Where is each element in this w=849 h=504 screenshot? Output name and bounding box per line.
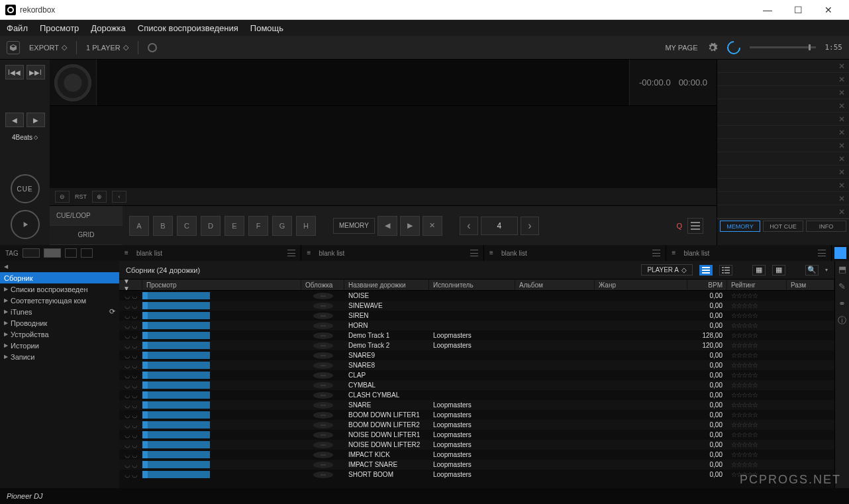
mode-export[interactable]: EXPORT◇ [29, 43, 67, 52]
menu-file[interactable]: Файл [7, 23, 28, 33]
table-row[interactable]: ◡◡CYMBAL0,00☆☆☆☆☆ [119, 380, 834, 390]
tag-color-1[interactable] [23, 248, 40, 258]
hotcue-h[interactable]: H [296, 216, 316, 236]
cue-slot[interactable]: ✕ [717, 86, 849, 99]
cell-rating[interactable]: ☆☆☆☆☆ [727, 301, 787, 311]
col-genre[interactable]: Жанр [595, 279, 687, 290]
blank-list-1[interactable]: ≡blank list [119, 245, 301, 261]
cue-slot[interactable]: ✕ [717, 152, 849, 166]
main-waveform[interactable] [50, 106, 717, 188]
tree-item[interactable]: ▶Записи [0, 351, 119, 362]
table-row[interactable]: ◡◡BOOM DOWN LIFTER2Loopmasters0,00☆☆☆☆☆ [119, 420, 834, 430]
search-icon[interactable]: 🔍 [805, 265, 819, 276]
hotcue-c[interactable]: C [177, 216, 197, 236]
view-grid1-icon[interactable]: ▦ [752, 265, 766, 276]
col-bpm[interactable]: BPM [687, 279, 727, 290]
blank-list-2[interactable]: ≡blank list [301, 245, 483, 261]
col-album[interactable]: Альбом [515, 279, 595, 290]
cell-rating[interactable]: ☆☆☆☆☆ [727, 360, 787, 370]
cell-rating[interactable]: ☆☆☆☆☆ [727, 440, 787, 450]
blank-list-4[interactable]: ≡blank list [666, 245, 832, 261]
col-artist[interactable]: Исполнитель [429, 279, 515, 290]
cell-rating[interactable]: ☆☆☆☆☆ [727, 291, 787, 301]
memory-next-button[interactable]: ▶ [400, 216, 420, 236]
tree-item[interactable]: ▶Соответствующая ком [0, 295, 119, 306]
grid-view-icon[interactable] [834, 247, 846, 259]
col-size[interactable]: Разм [787, 279, 834, 290]
tab-memory[interactable]: MEMORY [720, 221, 760, 232]
table-row[interactable]: ◡◡Demo Track 1Loopmasters128,00☆☆☆☆☆ [119, 330, 834, 340]
table-row[interactable]: ◡◡SIREN0,00☆☆☆☆☆ [119, 311, 834, 321]
cell-rating[interactable]: ☆☆☆☆☆ [727, 410, 787, 420]
cell-rating[interactable]: ☆☆☆☆☆ [727, 321, 787, 330]
table-row[interactable]: ◡◡SNARELoopmasters0,00☆☆☆☆☆ [119, 400, 834, 410]
cue-slot[interactable]: ✕ [717, 113, 849, 126]
loop-half-button[interactable]: ‹ [460, 217, 478, 235]
tab-grid[interactable]: GRID [50, 226, 123, 246]
nudge-fwd-button[interactable]: ▶ [26, 113, 45, 127]
col-title[interactable]: Название дорожки [344, 279, 429, 290]
cue-slot[interactable]: ✕ [717, 99, 849, 113]
hotcue-g[interactable]: G [272, 216, 292, 236]
cue-slot[interactable]: ✕ [717, 126, 849, 139]
next-track-button[interactable]: ▶▶I [26, 65, 45, 79]
table-row[interactable]: ◡◡SNARE90,00☆☆☆☆☆ [119, 350, 834, 360]
table-row[interactable]: ◡◡CLASH CYMBAL0,00☆☆☆☆☆ [119, 390, 834, 400]
cell-rating[interactable]: ☆☆☆☆☆ [727, 380, 787, 390]
tree-item[interactable]: ▶Истории [0, 340, 119, 351]
col-rating[interactable]: Рейтинг [727, 279, 787, 290]
table-row[interactable]: ◡◡SHORT BOOMLoopmasters0,00☆☆☆☆☆ [119, 470, 834, 479]
table-row[interactable]: ◡◡NOISE DOWN LIFTER1Loopmasters0,00☆☆☆☆☆ [119, 430, 834, 440]
cell-rating[interactable]: ☆☆☆☆☆ [727, 330, 787, 340]
view-list-icon[interactable] [65, 248, 77, 258]
cue-button[interactable]: CUE [11, 174, 40, 203]
tag-edit-icon[interactable]: ✎ [837, 281, 848, 291]
cue-slot[interactable]: ✕ [717, 73, 849, 86]
tab-cueloop[interactable]: CUE/LOOP [50, 206, 123, 226]
table-row[interactable]: ◡◡CLAP0,00☆☆☆☆☆ [119, 370, 834, 380]
table-row[interactable]: ◡◡IMPACT SNARELoopmasters0,00☆☆☆☆☆ [119, 460, 834, 470]
beats-select[interactable]: 4Beats◇ [12, 134, 38, 141]
menu-view[interactable]: Просмотр [40, 23, 79, 33]
zoom-reset[interactable]: RST [75, 193, 87, 200]
info-icon[interactable]: ⓘ [837, 315, 848, 326]
table-row[interactable]: ◡◡SNARE80,00☆☆☆☆☆ [119, 360, 834, 370]
cell-rating[interactable]: ☆☆☆☆☆ [727, 420, 787, 430]
cell-rating[interactable]: ☆☆☆☆☆ [727, 350, 787, 360]
table-row[interactable]: ◡◡NOISE0,00☆☆☆☆☆ [119, 291, 834, 301]
wave-back-button[interactable]: ‹ [112, 191, 126, 203]
cell-rating[interactable]: ☆☆☆☆☆ [727, 470, 787, 479]
blank-list-3[interactable]: ≡blank list [484, 245, 666, 261]
tree-item[interactable]: ▶iTunes⟳ [0, 306, 119, 317]
memory-delete-button[interactable]: ✕ [423, 216, 442, 236]
jog-wheel[interactable] [54, 64, 91, 101]
tag-color-2[interactable] [44, 248, 61, 258]
menu-help[interactable]: Помощь [250, 23, 283, 33]
loop-length[interactable]: 4 [481, 217, 518, 235]
view-detail-icon[interactable] [81, 248, 93, 258]
hotcue-a[interactable]: A [129, 216, 149, 236]
table-row[interactable]: ◡◡Demo Track 2Loopmasters120,00☆☆☆☆☆ [119, 340, 834, 350]
loop-double-button[interactable]: › [521, 217, 539, 235]
nudge-back-button[interactable]: ◀ [5, 113, 24, 127]
players-select[interactable]: 1 PLAYER◇ [86, 43, 128, 52]
col-artwork[interactable]: Обложка [301, 279, 344, 290]
zoom-in-icon[interactable]: ⊕ [92, 191, 107, 203]
maximize-button[interactable]: ☐ [783, 0, 813, 20]
menu-playlist[interactable]: Список воспроизведения [138, 23, 238, 33]
cell-rating[interactable]: ☆☆☆☆☆ [727, 340, 787, 350]
table-row[interactable]: ◡◡HORN0,00☆☆☆☆☆ [119, 321, 834, 330]
cue-slot[interactable]: ✕ [717, 205, 849, 219]
cue-menu-icon[interactable] [687, 218, 703, 234]
minimize-button[interactable]: — [752, 0, 783, 20]
table-row[interactable]: ◡◡NOISE DOWN LIFTER2Loopmasters0,00☆☆☆☆☆ [119, 440, 834, 450]
cue-slot[interactable]: ✕ [717, 139, 849, 152]
tree-item[interactable]: Сборник [0, 272, 119, 283]
cell-rating[interactable]: ☆☆☆☆☆ [727, 460, 787, 470]
related-icon[interactable]: ⬒ [837, 264, 848, 274]
memory-prev-button[interactable]: ◀ [377, 216, 397, 236]
cell-rating[interactable]: ☆☆☆☆☆ [727, 311, 787, 321]
table-row[interactable]: ◡◡SINEWAVE0,00☆☆☆☆☆ [119, 301, 834, 311]
hotcue-f[interactable]: F [248, 216, 268, 236]
col-filter[interactable]: ▼ ▼ [119, 279, 142, 290]
